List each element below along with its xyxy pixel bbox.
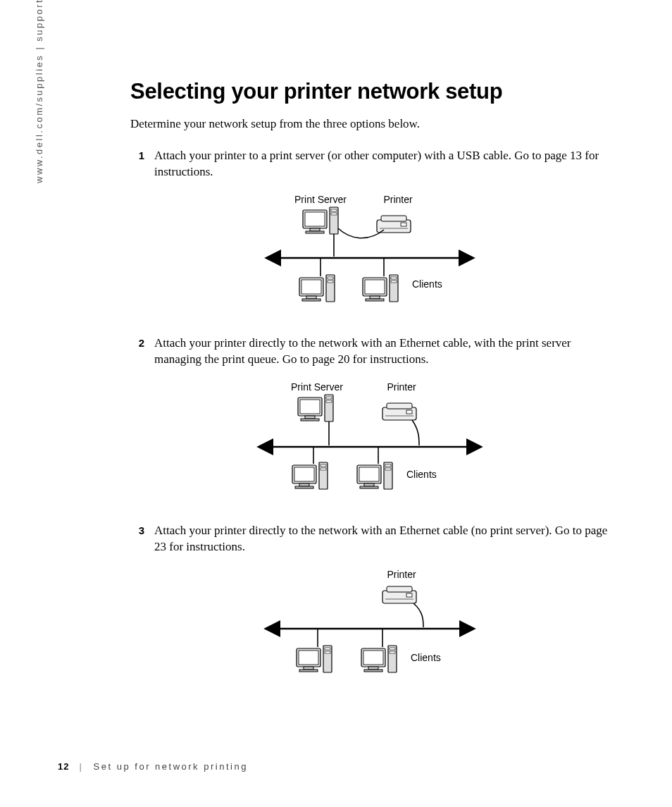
- diagram-ethernet-server-setup: Print Server Printer Clients: [130, 381, 609, 507]
- diagram-usb-setup: Print Server Printer Clients: [130, 193, 609, 320]
- label-clients: Clients: [411, 652, 441, 663]
- label-clients: Clients: [406, 469, 437, 480]
- page-content: Selecting your printer network setup Det…: [130, 79, 609, 703]
- label-print-server: Print Server: [294, 194, 347, 205]
- page-title: Selecting your printer network setup: [130, 79, 609, 104]
- list-item: 1 Attach your printer to a print server …: [130, 148, 609, 180]
- sidebar-url-text: www.dell.com/supplies | support.dell.com: [34, 0, 44, 183]
- item-number: 1: [130, 148, 154, 180]
- label-printer: Printer: [383, 194, 413, 205]
- footer-section: Set up for network printing: [94, 761, 248, 772]
- diagram-ethernet-noserver-setup: Printer Clients: [130, 568, 609, 688]
- label-print-server: Print Server: [291, 381, 343, 393]
- item-text: Attach your printer directly to the netw…: [154, 523, 609, 555]
- item-text: Attach your printer to a print server (o…: [154, 148, 609, 180]
- label-printer: Printer: [387, 381, 416, 393]
- item-number: 2: [130, 335, 154, 368]
- label-clients: Clients: [412, 278, 442, 290]
- list-item: 3 Attach your printer directly to the ne…: [130, 523, 609, 555]
- intro-text: Determine your network setup from the th…: [130, 117, 609, 131]
- page-number: 12: [58, 761, 69, 772]
- item-number: 3: [130, 523, 154, 555]
- list-item: 2 Attach your printer directly to the ne…: [130, 335, 609, 368]
- page-footer: 12 | Set up for network printing: [58, 761, 248, 772]
- label-printer: Printer: [387, 569, 416, 580]
- item-text: Attach your printer directly to the netw…: [154, 335, 609, 368]
- footer-separator: |: [80, 761, 84, 772]
